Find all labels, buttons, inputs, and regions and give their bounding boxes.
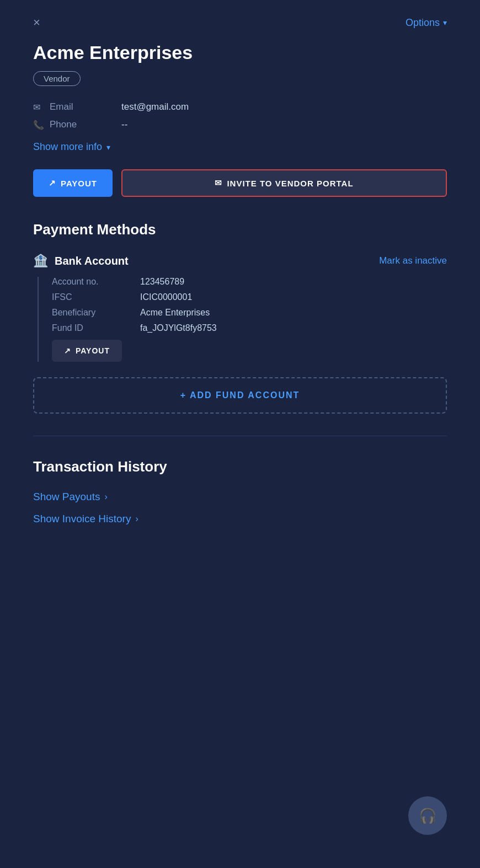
phone-row: 📞 Phone -- [33, 119, 447, 130]
add-fund-account-button[interactable]: + ADD FUND ACCOUNT [33, 377, 447, 414]
vendor-badge: Vendor [33, 71, 81, 86]
bank-account-title: 🏦 Bank Account [33, 254, 129, 268]
contact-info: ✉ Email test@gmail.com 📞 Phone -- [33, 101, 447, 130]
fund-id-label: Fund ID [52, 323, 140, 333]
invite-to-vendor-portal-button[interactable]: ✉ INVITE TO VENDOR PORTAL [121, 169, 447, 197]
phone-label: Phone [50, 119, 121, 130]
show-more-chevron-icon: ▾ [106, 143, 110, 152]
support-headphone-icon: 🎧 [419, 807, 436, 824]
beneficiary-row: Beneficiary Acme Enterprises [52, 308, 447, 318]
show-payouts-chevron-icon: › [104, 492, 107, 502]
email-label: Email [50, 101, 121, 112]
bank-details: Account no. 123456789 IFSC ICIC0000001 B… [38, 277, 447, 362]
ifsc-row: IFSC ICIC0000001 [52, 292, 447, 302]
show-more-info-button[interactable]: Show more info ▾ [33, 141, 110, 153]
fund-id-value: fa_JOJYlGt8fy8753 [140, 323, 217, 333]
vendor-name: Acme Enterprises [33, 42, 447, 63]
show-payouts-button[interactable]: Show Payouts › [33, 491, 108, 503]
show-invoice-chevron-icon: › [135, 514, 138, 524]
account-no-value: 123456789 [140, 277, 184, 287]
account-no-label: Account no. [52, 277, 140, 287]
bank-payout-arrow-icon: ↗ [64, 346, 71, 355]
ifsc-label: IFSC [52, 292, 140, 302]
show-invoice-history-button[interactable]: Show Invoice History › [33, 513, 138, 525]
support-fab-button[interactable]: 🎧 [408, 796, 447, 835]
email-value: test@gmail.com [121, 101, 189, 112]
mark-as-inactive-button[interactable]: Mark as inactive [379, 255, 447, 266]
section-divider [33, 436, 447, 436]
email-row: ✉ Email test@gmail.com [33, 101, 447, 112]
transaction-history-title: Transaction History [33, 458, 447, 475]
close-button[interactable]: × [33, 17, 40, 29]
payment-methods-title: Payment Methods [33, 221, 447, 238]
top-bar: × Options ▾ [33, 17, 447, 29]
ifsc-value: ICIC0000001 [140, 292, 192, 302]
bank-account-header: 🏦 Bank Account Mark as inactive [33, 254, 447, 268]
options-chevron-icon: ▾ [443, 18, 447, 27]
beneficiary-value: Acme Enterprises [140, 308, 210, 318]
options-button[interactable]: Options ▾ [406, 17, 447, 29]
bank-payout-button[interactable]: ↗ PAYOUT [52, 340, 122, 362]
invite-email-icon: ✉ [215, 178, 222, 188]
payout-button[interactable]: ↗ PAYOUT [33, 169, 113, 197]
fund-id-row: Fund ID fa_JOJYlGt8fy8753 [52, 323, 447, 333]
payout-arrow-icon: ↗ [49, 178, 56, 188]
phone-value: -- [121, 119, 127, 130]
email-icon: ✉ [33, 102, 50, 112]
beneficiary-label: Beneficiary [52, 308, 140, 318]
action-buttons: ↗ PAYOUT ✉ INVITE TO VENDOR PORTAL [33, 169, 447, 197]
bank-icon: 🏦 [33, 254, 48, 268]
account-no-row: Account no. 123456789 [52, 277, 447, 287]
phone-icon: 📞 [33, 120, 50, 130]
